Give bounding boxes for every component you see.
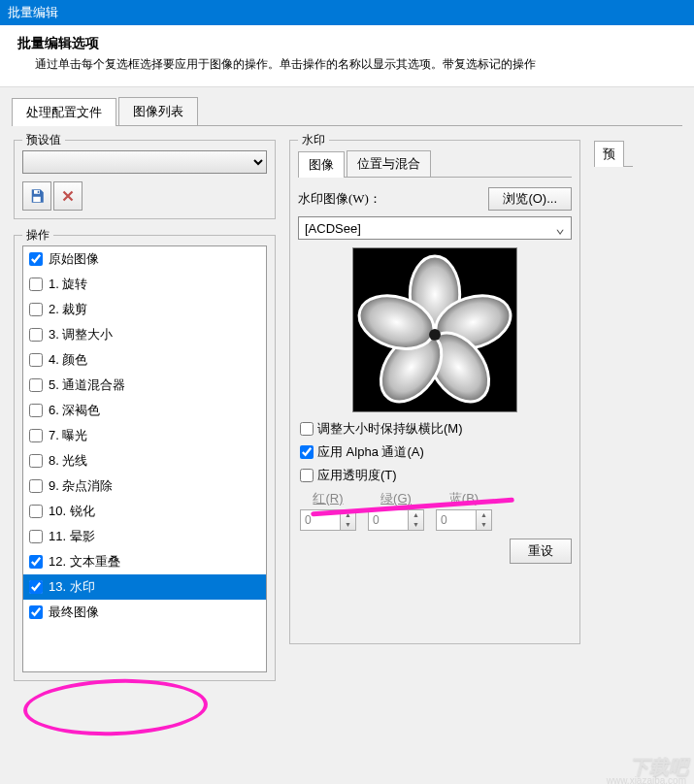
apply-opacity-checkbox[interactable]: 应用透明度(T)	[300, 467, 570, 484]
x-icon	[59, 187, 77, 205]
green-spinner[interactable]: ▲▼	[368, 509, 424, 531]
svg-rect-1	[33, 197, 41, 202]
ops-item[interactable]: 最终图像	[23, 600, 266, 625]
operations-title: 操作	[22, 227, 53, 244]
ops-checkbox[interactable]	[29, 605, 43, 619]
floppy-icon	[28, 187, 46, 205]
reset-button[interactable]: 重设	[510, 539, 572, 564]
site-watermark-url: www.xiazaiba.com	[607, 775, 686, 784]
ops-checkbox[interactable]	[29, 404, 43, 417]
ops-label: 8. 光线	[49, 452, 87, 470]
ops-item[interactable]: 10. 锐化	[23, 499, 266, 524]
header-title: 批量编辑选项	[17, 35, 677, 52]
ops-label: 3. 调整大小	[49, 326, 113, 343]
rgb-row: 红(R) ▲▼ 绿(G) ▲▼ 蓝(B) ▲▼	[300, 490, 570, 531]
red-label: 红(R)	[313, 490, 343, 507]
wm-tab-position[interactable]: 位置与混合	[347, 150, 431, 177]
ops-item[interactable]: 7. 曝光	[23, 423, 266, 448]
ops-checkbox[interactable]	[29, 252, 43, 266]
ops-label: 7. 曝光	[49, 427, 87, 444]
ops-label: 6. 深褐色	[49, 402, 100, 419]
ops-item[interactable]: 5. 通道混合器	[23, 373, 266, 398]
ops-item[interactable]: 1. 旋转	[23, 272, 266, 297]
wm-image-select[interactable]: [ACDSee]	[298, 216, 572, 240]
preset-title: 预设值	[22, 132, 65, 148]
ops-label: 13. 水印	[49, 578, 95, 596]
operations-list[interactable]: 原始图像1. 旋转2. 裁剪3. 调整大小4. 颜色5. 通道混合器6. 深褐色…	[22, 245, 267, 672]
ops-label: 12. 文本重叠	[49, 553, 120, 571]
ops-item[interactable]: 12. 文本重叠	[23, 549, 266, 574]
ops-item[interactable]: 2. 裁剪	[23, 297, 266, 322]
ops-label: 原始图像	[49, 250, 99, 268]
ops-item[interactable]: 13. 水印	[23, 574, 266, 600]
svg-rect-2	[38, 191, 40, 193]
preset-select[interactable]	[22, 150, 267, 174]
window-titlebar: 批量编辑	[0, 0, 694, 25]
svg-point-4	[429, 329, 441, 341]
ops-item[interactable]: 6. 深褐色	[23, 398, 266, 423]
ops-label: 1. 旋转	[49, 276, 87, 293]
ops-checkbox[interactable]	[29, 580, 43, 594]
ops-checkbox[interactable]	[29, 454, 43, 468]
ops-checkbox[interactable]	[29, 353, 43, 367]
ops-label: 4. 颜色	[49, 351, 87, 369]
window-title: 批量编辑	[8, 5, 58, 19]
delete-preset-button[interactable]	[53, 181, 83, 211]
ops-item[interactable]: 4. 颜色	[23, 347, 266, 373]
tab-image-list[interactable]: 图像列表	[118, 97, 198, 125]
ops-item[interactable]: 3. 调整大小	[23, 322, 266, 347]
operations-group: 操作 原始图像1. 旋转2. 裁剪3. 调整大小4. 颜色5. 通道混合器6. …	[14, 235, 276, 681]
ops-label: 9. 杂点消除	[49, 477, 113, 495]
ops-item[interactable]: 11. 晕影	[23, 524, 266, 549]
ops-label: 10. 锐化	[49, 503, 95, 520]
ops-label: 11. 晕影	[49, 528, 95, 545]
ops-item[interactable]: 原始图像	[23, 246, 266, 272]
tab-config-files[interactable]: 处理配置文件	[12, 98, 116, 126]
ops-checkbox[interactable]	[29, 505, 43, 518]
far-tab-preview[interactable]: 预	[594, 141, 624, 167]
main-tabs: 处理配置文件 图像列表	[0, 87, 694, 126]
ops-label: 2. 裁剪	[49, 301, 87, 318]
blue-spinner[interactable]: ▲▼	[436, 509, 492, 531]
preset-group: 预设值	[14, 140, 276, 219]
watermark-title: 水印	[298, 132, 329, 148]
watermark-group: 水印 图像 位置与混合 水印图像(W)： 浏览(O)... [ACDSee]	[289, 140, 580, 644]
save-preset-button[interactable]	[22, 181, 51, 211]
ops-checkbox[interactable]	[29, 378, 43, 392]
ops-label: 5. 通道混合器	[49, 376, 125, 394]
browse-button[interactable]: 浏览(O)...	[488, 187, 572, 211]
header-desc: 通过单击每个复选框选择要应用于图像的操作。单击操作的名称以显示其选项。带复选标记…	[17, 56, 677, 73]
ops-item[interactable]: 8. 光线	[23, 448, 266, 474]
keep-ratio-checkbox[interactable]: 调整大小时保持纵横比(M)	[300, 420, 570, 438]
ops-checkbox[interactable]	[29, 479, 43, 493]
ops-checkbox[interactable]	[29, 278, 43, 291]
wm-image-label: 水印图像(W)：	[298, 190, 381, 208]
ops-item[interactable]: 9. 杂点消除	[23, 474, 266, 499]
wm-preview	[352, 247, 517, 412]
header: 批量编辑选项 通过单击每个复选框选择要应用于图像的操作。单击操作的名称以显示其选…	[0, 25, 694, 87]
ops-label: 最终图像	[49, 604, 99, 621]
ops-checkbox[interactable]	[29, 555, 43, 569]
blue-label: 蓝(B)	[449, 490, 479, 507]
red-spinner[interactable]: ▲▼	[300, 509, 356, 531]
ops-checkbox[interactable]	[29, 303, 43, 316]
ops-checkbox[interactable]	[29, 530, 43, 543]
green-label: 绿(G)	[380, 490, 412, 507]
ops-checkbox[interactable]	[29, 328, 43, 342]
apply-alpha-checkbox[interactable]: 应用 Alpha 通道(A)	[300, 443, 570, 461]
flower-icon	[353, 247, 516, 412]
wm-tab-image[interactable]: 图像	[298, 151, 345, 178]
ops-checkbox[interactable]	[29, 429, 43, 442]
